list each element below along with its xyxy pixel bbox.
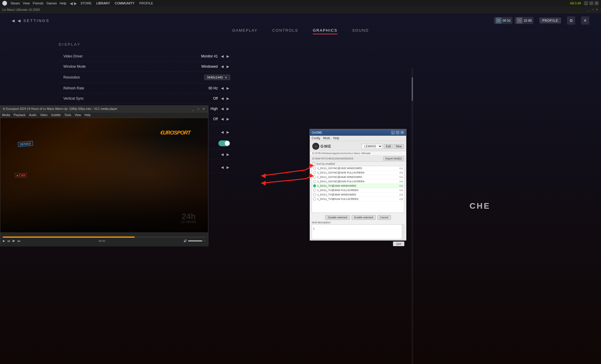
vlc-prev-btn[interactable]: ⏮ (7, 239, 10, 243)
vlc-minimize-btn[interactable]: _ (191, 107, 195, 110)
steam-link-library[interactable]: LIBRARY (96, 1, 110, 5)
toggle2-left-arrow[interactable]: ◀ (220, 152, 224, 157)
vlc-menu-playback[interactable]: Playback (13, 113, 26, 117)
window-mode-left-arrow[interactable]: ◀ (220, 64, 224, 69)
post-effects-left-arrow[interactable]: ◀ (220, 107, 224, 111)
refresh-rate-left-arrow[interactable]: ◀ (220, 86, 224, 90)
window-mode-arrows[interactable]: ◀ ▶ (220, 64, 230, 69)
ovgme-edit-btn[interactable]: Edit (384, 144, 393, 149)
tab-gameplay[interactable]: GAMEPLAY (232, 28, 258, 34)
vertical-sync-arrows[interactable]: ◀ ▶ (220, 96, 230, 101)
steam-menu-games[interactable]: Games (46, 1, 57, 5)
steam-link-store[interactable]: STORE (80, 1, 92, 5)
close-settings-button[interactable]: ✕ (581, 16, 589, 25)
settings-back-btn[interactable]: ◀ ◀ SETTINGS (12, 18, 50, 23)
steam-minimize-btn[interactable]: _ (584, 1, 588, 5)
vlc-next-btn[interactable]: ⏭ (17, 239, 21, 243)
msaa-arrows[interactable]: ◀ ▶ (220, 130, 230, 134)
list-item[interactable]: 1_DX11_GSYNC@5160 FULLSCREEN n/a (312, 179, 404, 184)
ovgme-close-btn[interactable]: ✕ (400, 130, 404, 135)
gear-icon-button[interactable]: ⚙ (567, 16, 575, 25)
toggle1-switch[interactable] (218, 140, 230, 146)
vlc-volume-bar[interactable] (188, 240, 206, 241)
steam-menu-steam[interactable]: Steam (11, 1, 20, 5)
ovgme-maximize-btn[interactable]: □ (396, 130, 400, 135)
list-item[interactable]: 1_DX11_TV@2560 WINDOWED n/a (312, 184, 404, 188)
ovgme-menu-mods[interactable]: Mods (323, 137, 330, 140)
vlc-menu-tools[interactable]: Tools (64, 113, 71, 117)
vlc-menu-audio[interactable]: Audio (29, 113, 37, 117)
refresh-rate-right-arrow[interactable]: ▶ (226, 86, 230, 90)
ovgme-new-btn[interactable]: New (394, 144, 404, 149)
motion-blur-left-arrow[interactable]: ◀ (220, 117, 224, 121)
steam-maximize-btn[interactable]: □ (589, 1, 593, 5)
vlc-menu-video[interactable]: Video (40, 113, 47, 117)
tab-graphics[interactable]: GRAPHICS (313, 28, 337, 34)
resolution-dropdown[interactable]: 3440x1440 ▼ (204, 75, 230, 80)
ovgme-sort-checkbox[interactable] (312, 162, 315, 165)
vlc-maximize-btn[interactable]: □ (196, 107, 200, 110)
window-mode-right-arrow[interactable]: ▶ (226, 64, 230, 69)
ovgme-import-btn[interactable]: Import Mod(s) (383, 157, 404, 161)
toggle1-control[interactable] (218, 140, 230, 146)
game-close-btn[interactable]: ✕ (595, 8, 599, 11)
game-minimize-btn[interactable]: _ (587, 8, 590, 11)
vlc-play-pause-btn[interactable]: ▶ (13, 239, 15, 243)
list-item[interactable]: 1_DX11_GSYNC@3440 FULLSCREEN n/a (312, 171, 404, 175)
quality-right-arrow[interactable]: ▶ (226, 165, 230, 169)
mod-radio-7[interactable] (313, 198, 316, 200)
ovgme-enable-selected-btn[interactable]: Enable selected (352, 215, 376, 220)
resolution-control[interactable]: 3440x1440 ▼ (204, 75, 230, 80)
mod-radio-0[interactable] (313, 167, 316, 170)
msaa-left-arrow[interactable]: ◀ (220, 130, 224, 134)
profile-button[interactable]: PROFILE (539, 18, 561, 23)
mod-radio-3[interactable] (313, 180, 316, 183)
mod-radio-1[interactable] (313, 171, 316, 174)
steam-nav-forward[interactable]: ▶ (74, 1, 77, 6)
list-item[interactable]: 1_DX11_TV@3040 FULLSCREEN n/a (312, 188, 404, 193)
motion-blur-arrows[interactable]: ◀ ▶ (220, 117, 230, 121)
refresh-rate-arrows[interactable]: ◀ ▶ (220, 86, 230, 90)
video-driver-arrows[interactable]: ◀ ▶ (220, 54, 230, 58)
tab-controls[interactable]: CONTROLS (272, 28, 298, 34)
ovgme-menu-help[interactable]: Help (333, 137, 339, 140)
ovgme-cancel-btn[interactable]: Cancel (377, 215, 391, 220)
steam-menu-help[interactable]: Help (60, 1, 67, 5)
vlc-stop-btn[interactable]: ■ (3, 239, 5, 243)
steam-nav-back[interactable]: ◀ (70, 1, 73, 6)
vlc-progress-bar[interactable] (3, 237, 206, 238)
post-effects-right-arrow[interactable]: ▶ (226, 107, 230, 111)
list-item[interactable]: 1_DX11_TV@3840 WINDOWED n/a (312, 193, 404, 197)
ovgme-disable-selected-btn[interactable]: Disable selected (325, 215, 350, 220)
settings-scrollbar[interactable] (411, 69, 413, 364)
ovgme-preset-select[interactable]: LEMANS (362, 144, 383, 149)
msaa-right-arrow[interactable]: ▶ (226, 130, 230, 134)
ovgme-menu-config[interactable]: Config (312, 137, 320, 140)
mod-radio-2[interactable] (313, 176, 316, 178)
list-item[interactable]: 1_DX11_GSYNC@1920 WINDOWED n/a (312, 166, 404, 171)
vlc-menu-help[interactable]: Help (85, 113, 91, 117)
mod-radio-6[interactable] (313, 193, 316, 196)
quality-arrows[interactable]: ◀ ▶ (220, 165, 230, 169)
mod-radio-5[interactable] (313, 189, 316, 192)
vlc-menu-media[interactable]: Media (2, 113, 10, 117)
video-driver-right-arrow[interactable]: ▶ (226, 54, 230, 58)
vlc-menu-view[interactable]: View (75, 113, 81, 117)
motion-blur-right-arrow[interactable]: ▶ (226, 117, 230, 121)
ovgme-quit-btn[interactable]: Quit (393, 241, 404, 246)
steam-link-community[interactable]: COMMUNITY (115, 1, 135, 5)
post-effects-arrows[interactable]: ◀ ▶ (220, 107, 230, 111)
quality-left-arrow[interactable]: ◀ (220, 165, 224, 169)
video-driver-left-arrow[interactable]: ◀ (220, 54, 224, 58)
steam-link-profile[interactable]: PROFILE (139, 1, 153, 5)
list-item[interactable]: 1_DX11_GSYNC@3440 WINDOWED n/a (312, 175, 404, 179)
steam-close-btn[interactable]: ✕ (595, 1, 599, 5)
list-item[interactable]: 1_DX11_TV@6144 FULLSCREEN n/a (312, 197, 404, 201)
vlc-menu-subtitle[interactable]: Subtitle (51, 113, 61, 117)
game-restore-btn[interactable]: □ (591, 8, 595, 11)
tab-sound[interactable]: SOUND (352, 28, 369, 34)
toggle2-right-arrow[interactable]: ▶ (226, 152, 230, 157)
ovgme-desc-scrollbar[interactable] (402, 225, 404, 239)
ovgme-minimize-btn[interactable]: _ (391, 130, 395, 135)
toggle2-arrows[interactable]: ◀ ▶ (220, 152, 230, 157)
